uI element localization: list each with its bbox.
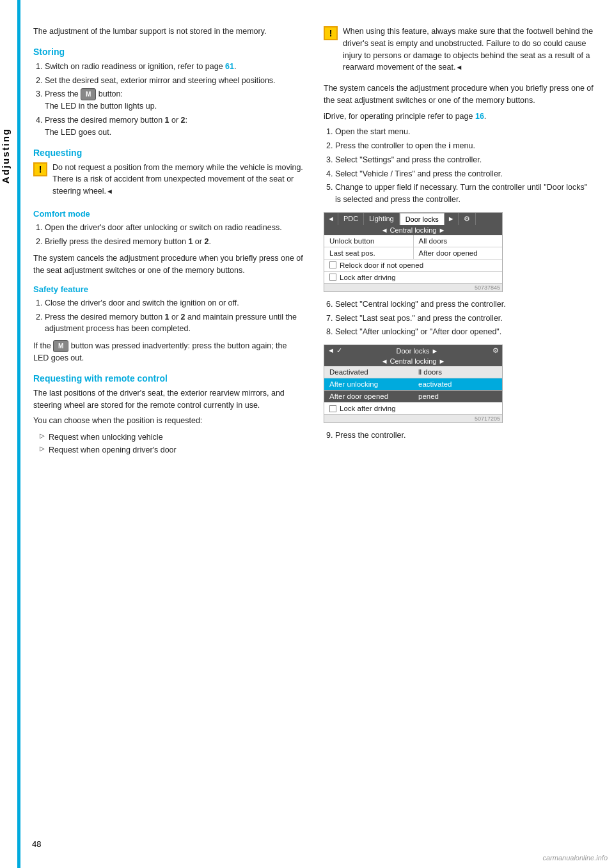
idrive-row-1: Unlock button All doors — [324, 235, 502, 247]
arrow-end-2 — [455, 63, 462, 72]
left-column: The adjustment of the lumbar support is … — [33, 26, 304, 842]
bold-1b: 1 — [188, 237, 193, 246]
idrive2-afterunlocking-label: After unlocking — [324, 378, 413, 390]
page-container: Adjusting The adjustment of the lumbar s… — [0, 0, 614, 868]
storing-heading: Storing — [33, 47, 304, 57]
bold-1: 1 — [165, 116, 169, 125]
checkbox-relock — [329, 261, 336, 268]
idrive2-checkbox-row: Lock after driving — [324, 403, 502, 415]
storing-step-1: Switch on radio readiness or ignition, r… — [45, 61, 304, 73]
remote-para2: You can choose when the position is requ… — [33, 415, 304, 427]
requesting-remote-heading: Requesting with remote control — [33, 373, 304, 384]
idrive-checkbox-relock: Relock door if not opened — [324, 260, 502, 272]
idrive2-icon: ⚙ — [492, 346, 499, 355]
page-link-61: 61 — [225, 62, 234, 71]
side-tab: Adjusting — [0, 0, 20, 868]
checkbox-lockdriving-label: Lock after driving — [340, 274, 396, 281]
idrive-cell-lastseat-value: After door opened — [414, 247, 503, 259]
idrive-tabs2: ◄ ✓ Door locks ► ⚙ — [324, 345, 502, 356]
remote-bullet-1: Request when unlocking vehicle — [40, 431, 304, 444]
idrive2-deactivated-label: Deactivated — [324, 366, 413, 378]
idrive-tab-pdc: PDC — [338, 213, 364, 225]
right-step-8: Select "After unlocking" or "After door … — [335, 326, 595, 338]
idrive-cell-unlock-label: Unlock button — [324, 235, 414, 247]
checkbox2-label: Lock after driving — [340, 405, 396, 412]
right-step-7: Select "Last seat pos." and press the co… — [335, 313, 595, 325]
idrive2-afterdoor-value: pened — [413, 391, 502, 402]
screen1-id: 50737845 — [324, 284, 502, 291]
storing-step-2: Set the desired seat, exterior mirror an… — [45, 75, 304, 87]
idrive-tab-icon: ⚙ — [459, 213, 476, 225]
idrive2-afterunlocking-value: eactivated — [413, 378, 502, 390]
storing-step-3: Press the M button:The LED in the button… — [45, 88, 304, 112]
right-steps: Open the start menu. Press the controlle… — [324, 126, 595, 206]
idrive2-row-deactivated: Deactivated ll doors — [324, 366, 502, 378]
idrive-sub-row-1: ◄ Central locking ► — [324, 225, 502, 235]
right-warning-text: When using this feature, always make sur… — [343, 26, 595, 74]
comfort-step-2: Briefly press the desired memory button … — [45, 236, 304, 248]
safety-step-2: Press the desired memory button 1 or 2 a… — [45, 311, 304, 336]
page-number: 48 — [32, 839, 41, 849]
comfort-mode-steps: Open the driver's door after unlocking o… — [33, 222, 304, 248]
checkbox-relock-label: Relock door if not opened — [340, 261, 423, 269]
idrive-tab-doorlocks: Door locks — [400, 213, 445, 225]
idrive-tab-right-arrow: ► — [445, 213, 459, 225]
right-step-9: Press the controller. — [335, 430, 595, 442]
idrive-screen-1: ◄ PDC Lighting Door locks ► ⚙ ◄ Central … — [324, 212, 503, 292]
safety-note: If the M button was pressed inadvertentl… — [33, 340, 304, 364]
m-button-icon-2: M — [53, 340, 68, 352]
warning-icon-1: ! — [33, 162, 47, 176]
idrive-screen-2: ◄ ✓ Door locks ► ⚙ ◄ Central locking ► D… — [324, 345, 503, 423]
right-warning: ! When using this feature, always make s… — [324, 26, 595, 77]
idrive2-deactivated-value: ll doors — [413, 366, 502, 378]
warning-icon-2: ! — [324, 26, 338, 40]
content-area: The adjustment of the lumbar support is … — [20, 0, 614, 868]
idrive2-afterdoor-label: After door opened — [324, 391, 413, 402]
right-steps-2: Select "Central locking" and press the c… — [324, 298, 595, 338]
safety-feature-heading: Safety feature — [33, 284, 304, 294]
right-step-2: Press the controller to open the i menu. — [335, 140, 595, 152]
checkbox-lockdriving — [329, 274, 336, 281]
idrive2-sub-header: ◄ Central locking ► — [324, 356, 502, 366]
right-step-4: Select "Vehicle / Tires" and press the c… — [335, 168, 595, 180]
idrive2-row-afterdoor: After door opened pened — [324, 391, 502, 403]
comfort-note: The system cancels the adjustment proced… — [33, 252, 304, 277]
right-step-5: Change to upper field if necessary. Turn… — [335, 182, 595, 206]
right-step-3: Select "Settings" and press the controll… — [335, 154, 595, 166]
intro-text: The adjustment of the lumbar support is … — [33, 26, 304, 38]
right-step-1: Open the start menu. — [335, 126, 595, 138]
page-link-16: 16 — [475, 112, 484, 121]
arrow-end-1 — [106, 187, 113, 196]
safety-steps: Close the driver's door and switch the i… — [33, 297, 304, 335]
remote-bullets: Request when unlocking vehicle Request w… — [33, 431, 304, 456]
remote-para1: The last positions of the driver's seat,… — [33, 387, 304, 412]
right-step-6: Select "Central locking" and press the c… — [335, 298, 595, 311]
bold-2c: 2 — [181, 313, 185, 322]
idrive-cell-lastseat-label: Last seat pos. — [324, 247, 414, 259]
bold-2b: 2 — [204, 237, 209, 246]
bold-2: 2 — [181, 116, 185, 125]
idrive2-row-afterunlocking: After unlocking eactivated — [324, 378, 502, 391]
requesting-warning-text: Do not request a position from the memor… — [52, 162, 304, 198]
idrive-cell-unlock-value: All doors — [414, 235, 503, 247]
m-button-icon: M — [81, 88, 96, 100]
requesting-heading: Requesting — [33, 148, 304, 158]
idrive2-left: ◄ ✓ — [327, 346, 342, 355]
screen2-id: 50717205 — [324, 415, 502, 422]
bold-1c: 1 — [165, 313, 169, 322]
comfort-mode-heading: Comfort mode — [33, 209, 304, 219]
right-steps-3: Press the controller. — [324, 430, 595, 442]
idrive-tabs-1: ◄ PDC Lighting Door locks ► ⚙ — [324, 213, 502, 225]
comfort-step-1: Open the driver's door after unlocking o… — [45, 222, 304, 234]
checkbox2-lockdriving — [329, 405, 336, 412]
idrive-checkbox-lockdriving: Lock after driving — [324, 272, 502, 284]
safety-step-1: Close the driver's door and switch the i… — [45, 297, 304, 309]
idrive-row-2: Last seat pos. After door opened — [324, 247, 502, 260]
requesting-warning: ! Do not request a position from the mem… — [33, 162, 304, 201]
storing-steps: Switch on radio readiness or ignition, r… — [33, 61, 304, 139]
storing-step-4: Press the desired memory button 1 or 2:T… — [45, 114, 304, 139]
idrive-ref: iDrive, for operating principle refer to… — [324, 111, 595, 123]
right-column: ! When using this feature, always make s… — [324, 26, 595, 842]
idrive-tab-left-arrow: ◄ — [324, 213, 338, 225]
idrive2-mid: Door locks ► — [397, 347, 439, 355]
